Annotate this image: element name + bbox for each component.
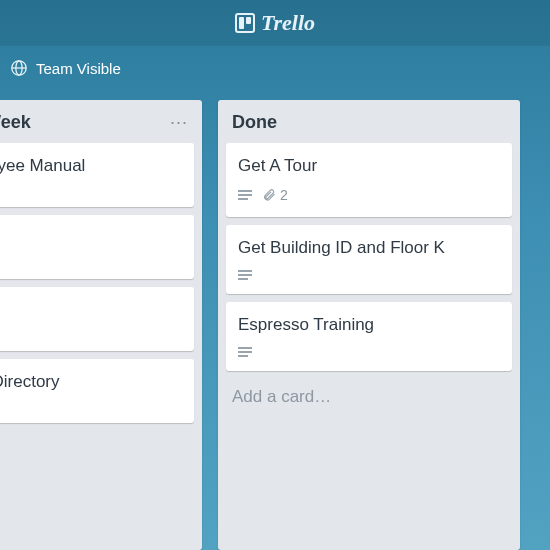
card-title: Get Building ID and Floor K	[238, 237, 500, 260]
card[interactable]: To Office Directory	[0, 359, 194, 423]
card-badges	[238, 345, 500, 359]
board-bar: Team Visible	[0, 46, 550, 90]
list-menu-button[interactable]: ···	[170, 112, 188, 133]
visibility-label[interactable]: Team Visible	[36, 60, 121, 77]
trello-logo-text: Trello	[261, 10, 315, 36]
list-title[interactable]: y - First Week	[0, 112, 31, 133]
trello-logo[interactable]: Trello	[235, 10, 315, 36]
card[interactable]: Espresso Training	[226, 302, 512, 371]
card[interactable]: rwork	[0, 287, 194, 351]
list: y - First Week ··· our Employee Manual r…	[0, 100, 202, 550]
card[interactable]: Get A Tour 2	[226, 143, 512, 217]
card-badges: 2	[238, 186, 500, 205]
card-title: To Office Directory	[0, 371, 182, 394]
card[interactable]: our Employee Manual	[0, 143, 194, 207]
attachment-badge: 2	[262, 186, 288, 205]
description-icon	[238, 188, 252, 202]
card-title: Espresso Training	[238, 314, 500, 337]
card[interactable]: Get Building ID and Floor K	[226, 225, 512, 294]
list: Done Get A Tour 2 Get Building ID	[218, 100, 520, 550]
card-title: Get A Tour	[238, 155, 500, 178]
paperclip-icon	[262, 188, 276, 202]
description-icon	[238, 268, 252, 282]
description-icon	[238, 345, 252, 359]
globe-icon	[10, 59, 28, 77]
add-card-button[interactable]: Add a card…	[226, 379, 512, 411]
top-bar: Trello	[0, 0, 550, 46]
attachment-count: 2	[280, 186, 288, 205]
card-title: rwork	[0, 299, 182, 322]
card-title: our Employee Manual	[0, 155, 182, 178]
card[interactable]	[0, 215, 194, 279]
lists-container: y - First Week ··· our Employee Manual r…	[0, 90, 550, 550]
list-title[interactable]: Done	[232, 112, 277, 133]
card-badges	[238, 268, 500, 282]
trello-logo-icon	[235, 13, 255, 33]
